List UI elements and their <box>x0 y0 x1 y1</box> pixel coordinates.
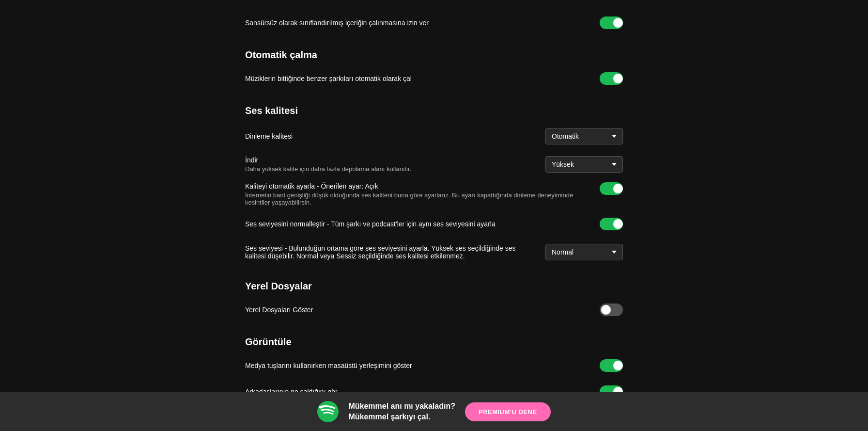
setting-row-download-quality: İndirDaha yüksek kalite için daha fazla … <box>245 151 623 177</box>
setting-label-autoplay-similar: Müziklerin bittiğinde benzer şarkıları o… <box>245 75 600 82</box>
setting-row-show-local-files: Yerel Dosyaları Göster <box>245 297 623 323</box>
section-title-autoplay-section: Otomatik çalma <box>245 49 623 61</box>
control-wrapper-show-local-files <box>600 303 623 316</box>
select-listen-quality[interactable]: OtomatikDüşükNormalYüksekÇok yüksek <box>545 128 623 144</box>
bottom-banner: Mükemmel anı mı yakaladın? Mükemmel şark… <box>0 392 868 431</box>
toggle-normalize-volume[interactable] <box>600 218 623 230</box>
control-wrapper-normalize-volume <box>600 218 623 230</box>
control-wrapper-listen-quality: OtomatikDüşükNormalYüksekÇok yüksek <box>545 128 623 144</box>
select-download-quality[interactable]: DüşükNormalYüksekÇok yüksek <box>545 156 623 173</box>
setting-row-media-keys-desktop: Medya tuşlarını kullanırken masaüstü yer… <box>245 352 623 379</box>
section-title-local-files-section: Yerel Dosyalar <box>245 281 623 292</box>
setting-label-text-media-keys-desktop: Medya tuşlarını kullanırken masaüstü yer… <box>245 362 580 369</box>
toggle-unrestricted-play[interactable] <box>600 16 623 29</box>
setting-row-listen-quality: Dinleme kalitesiOtomatikDüşükNormalYükse… <box>245 121 623 151</box>
banner-line2: Mükemmel şarkıyı çal. <box>348 412 455 422</box>
setting-label-media-keys-desktop: Medya tuşlarını kullanırken masaüstü yer… <box>245 362 600 369</box>
premium-button[interactable]: PREMIUM'U DENE <box>465 402 551 421</box>
setting-row-normalize-volume: Ses seviyesini normalleştir - Tüm şarkı … <box>245 211 623 237</box>
setting-label-text-auto-quality: Kaliteyi otomatik ayarla - Önerilen ayar… <box>245 182 580 190</box>
toggle-slider-auto-quality <box>600 182 623 195</box>
control-wrapper-download-quality: DüşükNormalYüksekÇok yüksek <box>545 156 623 173</box>
svg-point-0 <box>317 401 339 422</box>
toggle-autoplay-similar[interactable] <box>600 72 623 85</box>
setting-label-download-quality: İndirDaha yüksek kalite için daha fazla … <box>245 156 545 173</box>
setting-label-auto-quality: Kaliteyi otomatik ayarla - Önerilen ayar… <box>245 182 600 206</box>
control-wrapper-volume-level: SessizNormalYüksek <box>545 244 623 260</box>
setting-label-text-show-local-files: Yerel Dosyaları Göster <box>245 306 580 314</box>
toggle-slider-media-keys-desktop <box>600 359 623 372</box>
setting-label-listen-quality: Dinleme kalitesi <box>245 132 545 140</box>
setting-label-text-autoplay-similar: Müziklerin bittiğinde benzer şarkıları o… <box>245 75 580 82</box>
setting-label-unrestricted-play: Sansürsüz olarak sınıflandırılmış içeriğ… <box>245 19 600 27</box>
setting-label-show-local-files: Yerel Dosyaları Göster <box>245 306 600 314</box>
setting-row-auto-quality: Kaliteyi otomatik ayarla - Önerilen ayar… <box>245 177 623 211</box>
toggle-slider-unrestricted-play <box>600 16 623 29</box>
toggle-media-keys-desktop[interactable] <box>600 359 623 372</box>
setting-label-normalize-volume: Ses seviyesini normalleştir - Tüm şarkı … <box>245 220 600 228</box>
control-wrapper-autoplay-similar <box>600 72 623 85</box>
setting-label-text-volume-level: Ses seviyesi - Bulunduğun ortama göre se… <box>245 244 526 260</box>
section-title-display-section: Görüntüle <box>245 336 623 348</box>
toggle-slider-show-local-files <box>600 303 623 316</box>
section-title-audio-quality-section: Ses kalitesi <box>245 105 623 116</box>
banner-text: Mükemmel anı mı yakaladın? Mükemmel şark… <box>348 401 455 423</box>
select-volume-level[interactable]: SessizNormalYüksek <box>545 244 623 260</box>
setting-label-text-listen-quality: Dinleme kalitesi <box>245 132 526 140</box>
control-wrapper-unrestricted-play <box>600 16 623 29</box>
control-wrapper-media-keys-desktop <box>600 359 623 372</box>
setting-row-unrestricted-play: Sansürsüz olarak sınıflandırılmış içeriğ… <box>245 10 623 36</box>
settings-container: Sansürsüz olarak sınıflandırılmış içeriğ… <box>226 0 642 431</box>
setting-sublabel-download-quality: Daha yüksek kalite için daha fazla depol… <box>245 165 526 173</box>
toggle-auto-quality[interactable] <box>600 182 623 195</box>
setting-label-text-download-quality: İndir <box>245 156 526 164</box>
toggle-slider-autoplay-similar <box>600 72 623 85</box>
setting-label-text-normalize-volume: Ses seviyesini normalleştir - Tüm şarkı … <box>245 220 580 228</box>
setting-row-volume-level: Ses seviyesi - Bulunduğun ortama göre se… <box>245 237 623 267</box>
spotify-logo <box>317 401 339 422</box>
setting-label-volume-level: Ses seviyesi - Bulunduğun ortama göre se… <box>245 244 545 260</box>
setting-sublabel-auto-quality: İnternetin bant genişliği düşük olduğund… <box>245 192 580 206</box>
banner-line1: Mükemmel anı mı yakaladın? <box>348 401 455 412</box>
setting-label-text-unrestricted-play: Sansürsüz olarak sınıflandırılmış içeriğ… <box>245 19 580 27</box>
toggle-show-local-files[interactable] <box>600 303 623 316</box>
control-wrapper-auto-quality <box>600 182 623 195</box>
setting-row-autoplay-similar: Müziklerin bittiğinde benzer şarkıları o… <box>245 65 623 92</box>
toggle-slider-normalize-volume <box>600 218 623 230</box>
